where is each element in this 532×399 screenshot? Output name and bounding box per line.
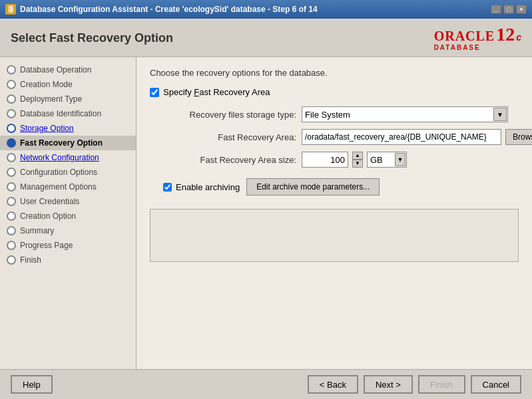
sidebar-label: Fast Recovery Option xyxy=(20,138,103,148)
step-indicator xyxy=(7,138,16,148)
app-icon: 🗄 xyxy=(5,4,16,15)
archiving-row: Enable archiving Edit archive mode param… xyxy=(163,178,519,196)
oracle-logo: ORACLE DATABASE 12 c xyxy=(434,25,521,51)
oracle-superscript: c xyxy=(516,32,521,43)
back-button[interactable]: < Back xyxy=(308,375,358,394)
sidebar-label: Management Options xyxy=(20,182,97,192)
title-bar: 🗄 Database Configuration Assistant - Cre… xyxy=(0,0,532,19)
minimize-button[interactable]: _ xyxy=(491,5,501,14)
step-indicator xyxy=(7,255,16,265)
recovery-storage-row: Recovery files storage type: File System… xyxy=(163,106,519,122)
footer: Help < Back Next > Finish Cancel xyxy=(0,369,532,399)
sidebar-label: Network Configuration xyxy=(20,153,99,162)
recovery-storage-select-wrapper: File System ASM ▼ xyxy=(302,106,508,122)
step-indicator xyxy=(7,153,16,162)
cancel-button[interactable]: Cancel xyxy=(471,375,521,394)
fast-recovery-size-row: Fast Recovery Area size: ▲ ▼ GB MB xyxy=(163,152,519,168)
sidebar-item-network-configuration[interactable]: Network Configuration xyxy=(0,150,136,165)
sidebar-item-deployment-type[interactable]: Deployment Type xyxy=(0,92,136,106)
sidebar-item-configuration-options[interactable]: Configuration Options xyxy=(0,165,136,180)
sidebar-label: User Credentials xyxy=(20,197,79,206)
step-indicator xyxy=(7,124,16,133)
sidebar-item-creation-option[interactable]: Creation Option xyxy=(0,209,136,223)
size-input-wrapper xyxy=(302,152,348,168)
sidebar-item-summary[interactable]: Summary xyxy=(0,223,136,238)
step-indicator xyxy=(7,182,16,192)
main-content-panel: Choose the recovery options for the data… xyxy=(136,57,532,369)
fast-recovery-area-label: Fast Recovery Area: xyxy=(163,132,296,142)
main-window: Select Fast Recovery Option ORACLE DATAB… xyxy=(0,19,532,399)
sidebar: Database Operation Creation Mode Deploym… xyxy=(0,57,136,369)
sidebar-item-user-credentials[interactable]: User Credentials xyxy=(0,194,136,209)
step-indicator xyxy=(7,65,16,74)
fast-recovery-size-input[interactable] xyxy=(302,152,348,168)
sidebar-item-management-options[interactable]: Management Options xyxy=(0,180,136,194)
sidebar-label: Progress Page xyxy=(20,241,73,250)
edit-archive-params-button[interactable]: Edit archive mode parameters... xyxy=(246,178,380,196)
step-indicator xyxy=(7,109,16,118)
step-indicator xyxy=(7,226,16,235)
size-unit-select[interactable]: GB MB TB xyxy=(367,152,407,168)
form-fields: Recovery files storage type: File System… xyxy=(163,106,519,168)
sidebar-label: Summary xyxy=(20,226,54,235)
window-title: Database Configuration Assistant - Creat… xyxy=(20,5,318,14)
sidebar-label: Creation Option xyxy=(20,211,76,221)
specify-recovery-label[interactable]: Specify Fast Recovery Area xyxy=(163,87,270,97)
fast-recovery-size-control: ▲ ▼ GB MB TB ▼ xyxy=(302,152,407,168)
oracle-brand: ORACLE xyxy=(434,29,495,44)
sidebar-label: Deployment Type xyxy=(20,94,82,104)
next-button[interactable]: Next > xyxy=(364,375,413,394)
fast-recovery-size-label: Fast Recovery Area size: xyxy=(163,155,296,165)
sidebar-item-finish[interactable]: Finish xyxy=(0,253,136,267)
recovery-storage-control: File System ASM ▼ xyxy=(302,106,508,122)
sidebar-item-database-operation[interactable]: Database Operation xyxy=(0,63,136,77)
header-area: Select Fast Recovery Option ORACLE DATAB… xyxy=(0,19,532,57)
description-text: Choose the recovery options for the data… xyxy=(150,68,519,78)
step-indicator xyxy=(7,168,16,177)
step-indicator xyxy=(7,94,16,104)
recovery-storage-select[interactable]: File System ASM xyxy=(302,106,508,122)
spinner-down-button[interactable]: ▼ xyxy=(352,160,363,168)
enable-archiving-checkbox-group: Enable archiving xyxy=(163,182,240,192)
app-icon-text: 🗄 xyxy=(7,6,14,13)
fast-recovery-area-input[interactable] xyxy=(302,129,501,145)
specify-recovery-checkbox[interactable] xyxy=(150,88,159,97)
fast-recovery-area-control: Browse... xyxy=(302,129,532,145)
window-controls[interactable]: _ □ × xyxy=(491,5,527,14)
page-title: Select Fast Recovery Option xyxy=(11,31,173,45)
step-indicator xyxy=(7,211,16,221)
finish-button[interactable]: Finish xyxy=(418,375,465,394)
sidebar-item-database-identification[interactable]: Database Identification xyxy=(0,106,136,121)
sidebar-label: Configuration Options xyxy=(20,168,97,177)
size-spinner: ▲ ▼ xyxy=(352,152,363,168)
enable-archiving-label[interactable]: Enable archiving xyxy=(176,182,240,192)
info-textarea[interactable] xyxy=(150,209,519,262)
sidebar-item-progress-page[interactable]: Progress Page xyxy=(0,238,136,253)
unit-select-wrapper: GB MB TB ▼ xyxy=(367,152,407,168)
sidebar-label: Finish xyxy=(20,255,41,265)
spinner-up-button[interactable]: ▲ xyxy=(352,152,363,160)
sidebar-item-fast-recovery-option[interactable]: Fast Recovery Option xyxy=(0,136,136,150)
recovery-storage-label: Recovery files storage type: xyxy=(163,110,296,120)
fast-recovery-area-row: Fast Recovery Area: Browse... xyxy=(163,129,519,145)
browse-button[interactable]: Browse... xyxy=(505,129,532,145)
maximize-button[interactable]: □ xyxy=(503,5,514,14)
sidebar-item-storage-option[interactable]: Storage Option xyxy=(0,121,136,136)
sidebar-item-creation-mode[interactable]: Creation Mode xyxy=(0,77,136,92)
step-indicator xyxy=(7,241,16,250)
sidebar-label: Creation Mode xyxy=(20,80,73,89)
sidebar-label: Storage Option xyxy=(20,124,74,133)
footer-left: Help xyxy=(11,375,53,394)
sidebar-label: Database Operation xyxy=(20,65,91,74)
oracle-version: 12 xyxy=(496,25,515,44)
step-indicator xyxy=(7,80,16,89)
step-indicator xyxy=(7,197,16,206)
specify-recovery-checkbox-row: Specify Fast Recovery Area xyxy=(150,87,519,97)
help-button[interactable]: Help xyxy=(11,375,53,394)
content-area: Database Operation Creation Mode Deploym… xyxy=(0,57,532,369)
enable-archiving-checkbox[interactable] xyxy=(163,183,172,192)
sidebar-label: Database Identification xyxy=(20,109,101,118)
close-button[interactable]: × xyxy=(516,5,527,14)
oracle-sub: DATABASE xyxy=(434,44,495,51)
footer-right: < Back Next > Finish Cancel xyxy=(308,375,521,394)
